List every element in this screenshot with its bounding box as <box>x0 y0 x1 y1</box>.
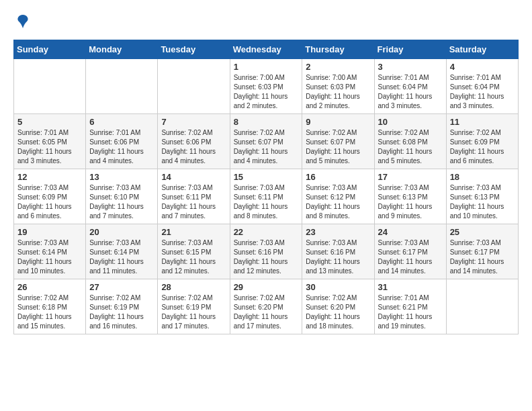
day-info: Sunrise: 7:01 AM Sunset: 6:06 PM Dayligh… <box>89 128 154 166</box>
day-number: 19 <box>17 227 82 237</box>
calendar-day-cell: 18Sunrise: 7:03 AM Sunset: 6:13 PM Dayli… <box>446 169 518 224</box>
calendar-day-cell: 3Sunrise: 7:01 AM Sunset: 6:04 PM Daylig… <box>374 59 446 114</box>
day-number: 22 <box>234 227 299 237</box>
day-number: 26 <box>17 282 82 292</box>
logo <box>13 13 31 33</box>
calendar-day-cell: 22Sunrise: 7:03 AM Sunset: 6:16 PM Dayli… <box>230 224 302 279</box>
day-number: 30 <box>306 282 370 292</box>
calendar-day-cell: 11Sunrise: 7:02 AM Sunset: 6:09 PM Dayli… <box>446 114 518 169</box>
day-number: 24 <box>378 227 443 237</box>
day-info: Sunrise: 7:03 AM Sunset: 6:10 PM Dayligh… <box>89 183 154 221</box>
day-info: Sunrise: 7:03 AM Sunset: 6:14 PM Dayligh… <box>89 238 154 276</box>
calendar-day-cell: 9Sunrise: 7:02 AM Sunset: 6:07 PM Daylig… <box>302 114 374 169</box>
day-info: Sunrise: 7:03 AM Sunset: 6:12 PM Dayligh… <box>306 183 370 221</box>
day-info: Sunrise: 7:01 AM Sunset: 6:04 PM Dayligh… <box>378 73 443 111</box>
calendar-day-cell: 19Sunrise: 7:03 AM Sunset: 6:14 PM Dayli… <box>14 224 86 279</box>
calendar-day-cell: 6Sunrise: 7:01 AM Sunset: 6:06 PM Daylig… <box>86 114 158 169</box>
day-info: Sunrise: 7:02 AM Sunset: 6:20 PM Dayligh… <box>234 293 299 331</box>
calendar-day-cell: 31Sunrise: 7:01 AM Sunset: 6:21 PM Dayli… <box>374 279 446 334</box>
calendar-empty-cell <box>158 59 230 114</box>
weekday-header-sunday: Sunday <box>14 40 86 59</box>
calendar-day-cell: 7Sunrise: 7:02 AM Sunset: 6:06 PM Daylig… <box>158 114 230 169</box>
day-info: Sunrise: 7:03 AM Sunset: 6:17 PM Dayligh… <box>450 238 515 276</box>
day-info: Sunrise: 7:03 AM Sunset: 6:13 PM Dayligh… <box>450 183 515 221</box>
day-number: 21 <box>161 227 226 237</box>
day-number: 12 <box>17 172 82 182</box>
day-number: 10 <box>378 117 443 127</box>
weekday-header-monday: Monday <box>86 40 158 59</box>
day-info: Sunrise: 7:02 AM Sunset: 6:07 PM Dayligh… <box>306 128 370 166</box>
day-info: Sunrise: 7:02 AM Sunset: 6:20 PM Dayligh… <box>306 293 370 331</box>
day-info: Sunrise: 7:03 AM Sunset: 6:14 PM Dayligh… <box>17 238 82 276</box>
weekday-header-saturday: Saturday <box>446 40 518 59</box>
calendar-day-cell: 2Sunrise: 7:00 AM Sunset: 6:03 PM Daylig… <box>302 59 374 114</box>
day-number: 20 <box>89 227 154 237</box>
calendar-day-cell: 20Sunrise: 7:03 AM Sunset: 6:14 PM Dayli… <box>86 224 158 279</box>
day-number: 23 <box>306 227 370 237</box>
day-number: 13 <box>89 172 154 182</box>
day-number: 18 <box>450 172 515 182</box>
day-info: Sunrise: 7:03 AM Sunset: 6:13 PM Dayligh… <box>378 183 443 221</box>
day-number: 16 <box>306 172 370 182</box>
calendar-week-row: 12Sunrise: 7:03 AM Sunset: 6:09 PM Dayli… <box>14 169 519 224</box>
calendar-day-cell: 23Sunrise: 7:03 AM Sunset: 6:16 PM Dayli… <box>302 224 374 279</box>
weekday-header-wednesday: Wednesday <box>230 40 302 59</box>
day-number: 6 <box>89 117 154 127</box>
calendar-week-row: 5Sunrise: 7:01 AM Sunset: 6:05 PM Daylig… <box>14 114 519 169</box>
calendar-day-cell: 13Sunrise: 7:03 AM Sunset: 6:10 PM Dayli… <box>86 169 158 224</box>
day-number: 31 <box>378 282 443 292</box>
day-number: 29 <box>234 282 299 292</box>
day-info: Sunrise: 7:02 AM Sunset: 6:08 PM Dayligh… <box>378 128 443 166</box>
day-number: 1 <box>234 62 299 72</box>
day-number: 15 <box>234 172 299 182</box>
calendar-day-cell: 17Sunrise: 7:03 AM Sunset: 6:13 PM Dayli… <box>374 169 446 224</box>
weekday-header-tuesday: Tuesday <box>158 40 230 59</box>
day-info: Sunrise: 7:02 AM Sunset: 6:18 PM Dayligh… <box>17 293 82 331</box>
day-number: 3 <box>378 62 443 72</box>
day-number: 9 <box>306 117 370 127</box>
day-number: 5 <box>17 117 82 127</box>
calendar-day-cell: 1Sunrise: 7:00 AM Sunset: 6:03 PM Daylig… <box>230 59 302 114</box>
calendar-day-cell: 4Sunrise: 7:01 AM Sunset: 6:04 PM Daylig… <box>446 59 518 114</box>
calendar-week-row: 26Sunrise: 7:02 AM Sunset: 6:18 PM Dayli… <box>14 279 519 334</box>
day-info: Sunrise: 7:03 AM Sunset: 6:15 PM Dayligh… <box>161 238 226 276</box>
day-info: Sunrise: 7:03 AM Sunset: 6:16 PM Dayligh… <box>234 238 299 276</box>
calendar-day-cell: 29Sunrise: 7:02 AM Sunset: 6:20 PM Dayli… <box>230 279 302 334</box>
calendar-day-cell: 24Sunrise: 7:03 AM Sunset: 6:17 PM Dayli… <box>374 224 446 279</box>
day-info: Sunrise: 7:03 AM Sunset: 6:11 PM Dayligh… <box>234 183 299 221</box>
calendar-empty-cell <box>14 59 86 114</box>
calendar-day-cell: 8Sunrise: 7:02 AM Sunset: 6:07 PM Daylig… <box>230 114 302 169</box>
logo-icon <box>15 13 31 30</box>
calendar-day-cell: 5Sunrise: 7:01 AM Sunset: 6:05 PM Daylig… <box>14 114 86 169</box>
calendar-week-row: 1Sunrise: 7:00 AM Sunset: 6:03 PM Daylig… <box>14 59 519 114</box>
calendar-day-cell: 28Sunrise: 7:02 AM Sunset: 6:19 PM Dayli… <box>158 279 230 334</box>
day-number: 25 <box>450 227 515 237</box>
day-number: 7 <box>161 117 226 127</box>
day-info: Sunrise: 7:00 AM Sunset: 6:03 PM Dayligh… <box>306 73 370 111</box>
weekday-header-thursday: Thursday <box>302 40 374 59</box>
day-info: Sunrise: 7:01 AM Sunset: 6:21 PM Dayligh… <box>378 293 443 331</box>
calendar-day-cell: 25Sunrise: 7:03 AM Sunset: 6:17 PM Dayli… <box>446 224 518 279</box>
day-number: 8 <box>234 117 299 127</box>
weekday-header-friday: Friday <box>374 40 446 59</box>
calendar-empty-cell <box>86 59 158 114</box>
day-info: Sunrise: 7:01 AM Sunset: 6:04 PM Dayligh… <box>450 73 515 111</box>
calendar-day-cell: 15Sunrise: 7:03 AM Sunset: 6:11 PM Dayli… <box>230 169 302 224</box>
day-number: 28 <box>161 282 226 292</box>
page-header <box>13 13 519 33</box>
day-number: 11 <box>450 117 515 127</box>
day-info: Sunrise: 7:02 AM Sunset: 6:07 PM Dayligh… <box>234 128 299 166</box>
calendar-table: SundayMondayTuesdayWednesdayThursdayFrid… <box>13 40 519 334</box>
day-info: Sunrise: 7:03 AM Sunset: 6:11 PM Dayligh… <box>161 183 226 221</box>
calendar-day-cell: 14Sunrise: 7:03 AM Sunset: 6:11 PM Dayli… <box>158 169 230 224</box>
calendar-day-cell: 26Sunrise: 7:02 AM Sunset: 6:18 PM Dayli… <box>14 279 86 334</box>
calendar-day-cell: 10Sunrise: 7:02 AM Sunset: 6:08 PM Dayli… <box>374 114 446 169</box>
calendar-day-cell: 12Sunrise: 7:03 AM Sunset: 6:09 PM Dayli… <box>14 169 86 224</box>
calendar-empty-cell <box>446 279 518 334</box>
day-number: 17 <box>378 172 443 182</box>
day-info: Sunrise: 7:02 AM Sunset: 6:09 PM Dayligh… <box>450 128 515 166</box>
day-info: Sunrise: 7:00 AM Sunset: 6:03 PM Dayligh… <box>234 73 299 111</box>
day-info: Sunrise: 7:01 AM Sunset: 6:05 PM Dayligh… <box>17 128 82 166</box>
calendar-day-cell: 27Sunrise: 7:02 AM Sunset: 6:19 PM Dayli… <box>86 279 158 334</box>
day-number: 14 <box>161 172 226 182</box>
